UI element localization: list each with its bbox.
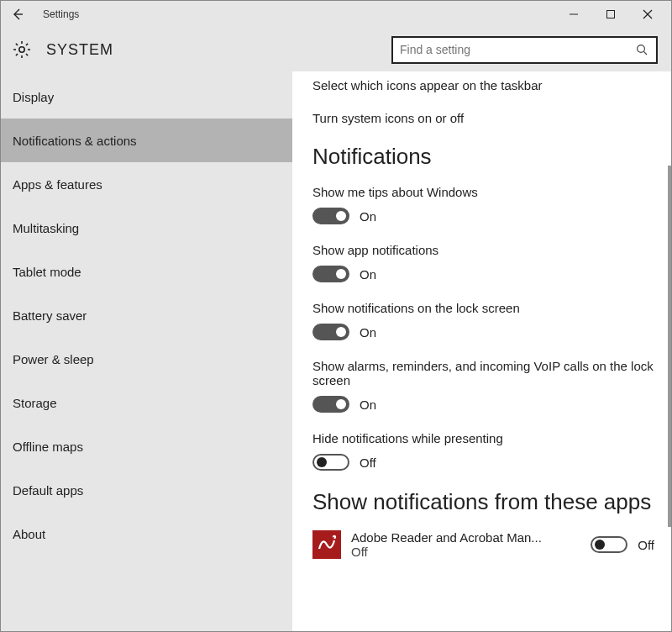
setting-label: Show app notifications [312,243,654,257]
sidebar-item-power-sleep[interactable]: Power & sleep [1,337,292,381]
main-area: Display Notifications & actions Apps & f… [1,71,671,631]
svg-line-12 [16,54,18,55]
svg-line-10 [16,44,18,45]
toggle-state: On [360,209,376,224]
sidebar: Display Notifications & actions Apps & f… [1,71,292,631]
setting-label: Show alarms, reminders, and incoming VoI… [312,359,654,387]
sidebar-item-multitasking[interactable]: Multitasking [1,206,292,250]
app-row-adobe-reader[interactable]: Adobe Reader and Acrobat Man... Off Off [312,530,654,559]
window-title: Settings [43,8,79,20]
setting-tips: Show me tips about Windows On [312,185,654,224]
svg-line-11 [26,54,28,55]
sidebar-item-label: Offline maps [13,440,83,454]
svg-point-5 [19,47,24,52]
toggle-lock-screen[interactable] [312,324,349,340]
content-pane: Select which icons appear on the taskbar… [292,71,671,631]
system-title: SYSTEM [46,41,113,59]
svg-line-15 [643,51,647,55]
sidebar-item-label: Notifications & actions [13,134,137,148]
minimize-button[interactable] [555,3,592,26]
sidebar-item-apps-features[interactable]: Apps & features [1,162,292,206]
toggle-state: On [360,267,376,282]
app-info: Adobe Reader and Acrobat Man... Off [351,530,591,559]
setting-hide-presenting: Hide notifications while presenting Off [312,431,654,471]
link-taskbar-icons[interactable]: Select which icons appear on the taskbar [312,78,654,92]
search-icon [634,42,649,57]
setting-label: Show notifications on the lock screen [312,301,654,315]
link-system-icons[interactable]: Turn system icons on or off [312,111,654,125]
toggle-state: On [360,325,376,340]
setting-alarms-voip: Show alarms, reminders, and incoming VoI… [312,359,654,413]
close-button[interactable] [629,3,666,26]
search-box[interactable] [391,36,658,64]
sidebar-item-display[interactable]: Display [1,75,292,118]
svg-point-14 [637,45,644,52]
scrollbar[interactable] [668,166,671,527]
sidebar-item-label: Default apps [13,483,83,498]
back-button[interactable] [6,3,29,26]
sidebar-item-label: Power & sleep [13,352,94,366]
sidebar-item-notifications[interactable]: Notifications & actions [1,118,292,162]
toggle-app-adobe[interactable] [591,536,627,553]
sidebar-item-label: Multitasking [13,221,79,235]
setting-label: Hide notifications while presenting [312,431,654,445]
svg-rect-2 [607,11,615,18]
maximize-button[interactable] [592,3,629,26]
svg-line-13 [26,44,28,45]
sidebar-item-label: Display [13,90,54,104]
svg-point-18 [333,537,334,539]
toggle-tips[interactable] [312,208,349,224]
toggle-state: Off [638,538,654,552]
sidebar-item-offline-maps[interactable]: Offline maps [1,424,292,468]
setting-lock-screen: Show notifications on the lock screen On [312,301,654,340]
setting-app-notifications: Show app notifications On [312,243,654,282]
sidebar-item-default-apps[interactable]: Default apps [1,468,292,512]
toggle-app-notifications[interactable] [312,266,349,282]
gear-icon [11,39,33,61]
section-apps-title: Show notifications from these apps [312,489,654,515]
setting-label: Show me tips about Windows [312,185,654,199]
app-state-line: Off [351,545,591,559]
section-notifications-title: Notifications [312,144,654,170]
toggle-state: On [360,398,376,412]
toggle-alarms-voip[interactable] [312,396,349,413]
toggle-hide-presenting[interactable] [312,454,349,471]
titlebar: Settings [1,1,671,28]
header-row: SYSTEM [1,28,671,71]
sidebar-item-label: Storage [13,396,57,410]
sidebar-item-storage[interactable]: Storage [1,381,292,424]
sidebar-item-label: About [13,527,45,541]
sidebar-item-label: Tablet mode [13,265,81,279]
sidebar-item-label: Battery saver [13,308,87,323]
app-name: Adobe Reader and Acrobat Man... [351,530,544,545]
sidebar-item-about[interactable]: About [1,512,292,556]
sidebar-item-battery-saver[interactable]: Battery saver [1,293,292,337]
sidebar-item-tablet-mode[interactable]: Tablet mode [1,250,292,293]
search-input[interactable] [400,43,634,56]
toggle-state: Off [360,456,376,470]
adobe-reader-icon [312,530,341,559]
sidebar-item-label: Apps & features [13,177,102,192]
